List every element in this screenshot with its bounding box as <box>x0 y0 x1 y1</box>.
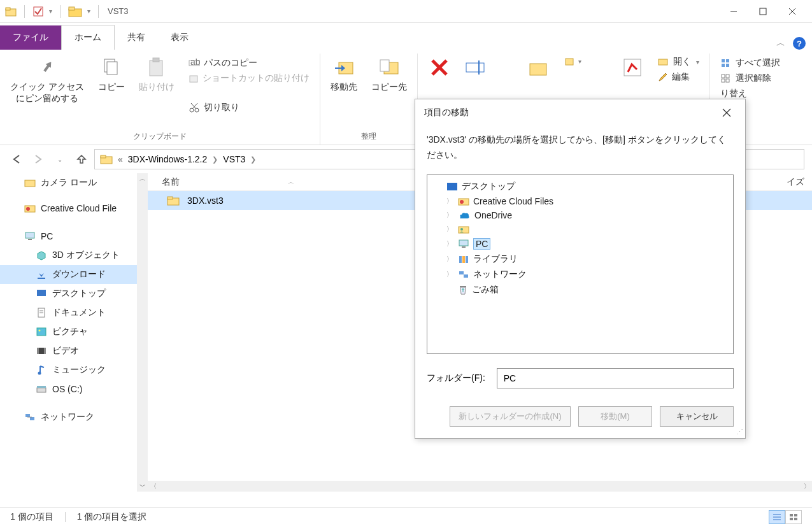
help-icon[interactable]: ? <box>793 37 806 50</box>
svg-rect-41 <box>25 180 35 187</box>
scroll-left-arrow[interactable]: 〈 <box>148 481 159 492</box>
breadcrumb-item[interactable]: VST3 <box>223 154 245 164</box>
folder-icon-small <box>5 6 17 17</box>
move-to-button[interactable]: 移動先 <box>327 53 361 129</box>
libraries-icon <box>458 254 469 264</box>
sidebar-item-creative-cloud[interactable]: Creative Cloud File <box>0 199 148 218</box>
sidebar-item-desktop[interactable]: デスクトップ <box>0 284 148 303</box>
sidebar-item-camera-roll[interactable]: カメラ ロール <box>0 173 148 192</box>
cc-icon <box>24 203 36 214</box>
copy-to-button[interactable]: コピー先 <box>367 53 411 129</box>
folder-name-input[interactable] <box>497 368 734 388</box>
svg-rect-27 <box>530 64 546 75</box>
video-icon <box>36 345 47 357</box>
scroll-down-arrow[interactable]: ﹀ <box>137 481 148 492</box>
sidebar-item-music[interactable]: ミュージック <box>0 360 148 380</box>
collapse-ribbon-icon[interactable]: ︿ <box>776 38 785 49</box>
forward-button[interactable] <box>29 150 47 168</box>
tree-item-network[interactable]: 〉ネットワーク <box>431 267 729 282</box>
new-folder-button[interactable]: 新しいフォルダーの作成(N) <box>450 406 571 427</box>
tree-item-creative-cloud[interactable]: 〉Creative Cloud Files <box>431 194 729 208</box>
open-button[interactable]: 開く▾ <box>654 55 703 69</box>
select-all-button[interactable]: すべて選択 <box>716 56 784 70</box>
cut-button[interactable]: 切り取り <box>185 101 313 115</box>
expander-icon[interactable]: 〉 <box>445 255 454 264</box>
folder-tree[interactable]: デスクトップ 〉Creative Cloud Files 〉OneDrive 〉… <box>427 174 734 354</box>
dialog-titlebar[interactable]: 項目の移動 <box>415 99 745 126</box>
sidebar-item-3d-objects[interactable]: 3D オブジェクト <box>0 246 148 265</box>
dialog-message: '3DX.vst3' の移動先の場所を選択してから、[移動] ボタンをクリックし… <box>427 132 734 163</box>
column-size[interactable]: イズ <box>787 176 804 188</box>
network-icon <box>458 269 469 280</box>
tree-item-onedrive[interactable]: 〉OneDrive <box>431 208 729 222</box>
sidebar-item-documents[interactable]: ドキュメント <box>0 303 148 322</box>
separator <box>65 512 66 522</box>
checkbox-icon[interactable] <box>32 6 44 17</box>
sidebar-scrollbar[interactable]: ︿ ﹀ <box>137 173 148 492</box>
folder-icon <box>167 195 180 206</box>
maximize-button[interactable] <box>748 2 778 21</box>
edit-button[interactable]: 編集 <box>654 70 703 84</box>
minimize-button[interactable] <box>719 2 748 21</box>
cancel-button[interactable]: キャンセル <box>660 406 734 427</box>
expander-icon[interactable]: 〉 <box>445 270 454 279</box>
expander-icon[interactable]: 〉 <box>445 225 454 234</box>
folder-icon <box>24 177 36 188</box>
selected-count: 1 個の項目を選択 <box>77 511 147 523</box>
tab-home[interactable]: ホーム <box>61 25 115 50</box>
svg-point-43 <box>26 207 30 211</box>
tree-item-user[interactable]: 〉 <box>431 222 729 236</box>
sidebar-item-network[interactable]: ネットワーク <box>0 408 148 427</box>
resize-grip[interactable]: ⋰ <box>736 428 743 436</box>
select-none-button[interactable]: 選択解除 <box>716 71 784 85</box>
move-button[interactable]: 移動(M) <box>578 406 652 427</box>
back-button[interactable] <box>8 150 25 168</box>
sidebar-item-videos[interactable]: ビデオ <box>0 341 148 360</box>
scroll-right-arrow[interactable]: 〉 <box>801 481 812 492</box>
sidebar-item-os-c[interactable]: OS (C:) <box>0 380 148 399</box>
breadcrumb-prefix[interactable]: « <box>118 154 123 164</box>
pin-to-quick-access-button[interactable]: クイック アクセス にピン留めする <box>6 53 88 129</box>
sidebar-item-pictures[interactable]: ピクチャ <box>0 322 148 341</box>
tree-item-recycle-bin[interactable]: ごみ箱 <box>431 282 729 297</box>
new-item-dropdown[interactable]: ▾ <box>560 55 585 68</box>
tree-item-desktop[interactable]: デスクトップ <box>431 179 729 194</box>
paste-button[interactable]: 貼り付け <box>135 53 178 129</box>
up-button[interactable] <box>73 150 90 168</box>
expander-icon[interactable]: 〉 <box>445 239 454 248</box>
svg-rect-67 <box>790 514 793 516</box>
thumbnails-view-button[interactable] <box>785 510 802 524</box>
sidebar-item-pc[interactable]: PC <box>0 227 148 246</box>
breadcrumb-item[interactable]: 3DX-Windows-1.2.2 <box>128 154 208 164</box>
chevron-down-icon[interactable]: ▾ <box>49 8 52 15</box>
details-view-button[interactable] <box>769 510 785 524</box>
chevron-right-icon[interactable]: ❯ <box>250 155 256 164</box>
tab-share[interactable]: 共有 <box>115 25 158 50</box>
horizontal-scrollbar[interactable]: 〈 〉 <box>148 481 812 492</box>
dialog-close-button[interactable] <box>717 103 736 122</box>
expander-icon[interactable]: 〉 <box>445 211 454 220</box>
tab-file[interactable]: ファイル <box>0 25 61 50</box>
copy-button[interactable]: コピー <box>94 53 129 129</box>
qat-overflow[interactable]: ▾ <box>87 8 90 15</box>
svg-point-75 <box>460 200 464 204</box>
svg-rect-40 <box>101 155 106 158</box>
tab-view[interactable]: 表示 <box>158 25 201 50</box>
expander-icon[interactable]: 〉 <box>445 197 454 206</box>
sidebar-item-downloads[interactable]: ダウンロード <box>0 265 148 284</box>
svg-rect-46 <box>38 278 45 279</box>
chevron-right-icon[interactable]: ❯ <box>212 155 218 164</box>
svg-rect-82 <box>466 256 468 263</box>
separator <box>98 5 99 18</box>
close-button[interactable] <box>778 2 807 21</box>
navigation-pane[interactable]: カメラ ロール Creative Cloud File PC 3D オブジェクト… <box>0 173 148 492</box>
svg-rect-15 <box>190 76 197 82</box>
tree-item-pc[interactable]: 〉PC <box>431 236 729 252</box>
copy-path-button[interactable]: abcパスのコピー <box>185 56 313 70</box>
scissors-icon <box>189 102 200 113</box>
status-bar: 1 個の項目 1 個の項目を選択 <box>0 507 812 526</box>
recent-dropdown[interactable]: ⌄ <box>51 150 69 168</box>
column-name[interactable]: 名前 <box>162 176 180 188</box>
scroll-up-arrow[interactable]: ︿ <box>137 173 148 184</box>
tree-item-libraries[interactable]: 〉ライブラリ <box>431 252 729 267</box>
